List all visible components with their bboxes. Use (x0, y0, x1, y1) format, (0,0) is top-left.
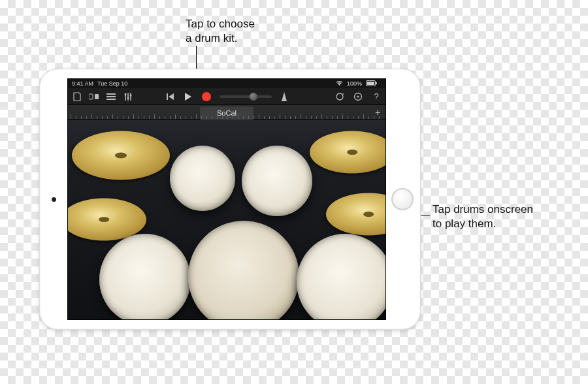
ruler-tick (342, 114, 343, 119)
ruler-tick (290, 116, 291, 119)
callout-play-drums: Tap drums onscreen to play them. (433, 202, 533, 231)
ruler-tick (264, 116, 265, 119)
ruler-tick (274, 116, 275, 119)
ruler-tick (238, 114, 238, 119)
ruler-tick (180, 116, 181, 119)
ruler-tick (76, 116, 76, 119)
kick-drum[interactable] (188, 221, 299, 319)
control-bar: ? (68, 88, 385, 105)
tracks-button[interactable] (106, 91, 116, 102)
svg-point-11 (336, 93, 343, 100)
ruler-tick (217, 114, 218, 119)
ipad-home-button[interactable] (391, 188, 414, 210)
help-button[interactable]: ? (371, 91, 382, 102)
svg-rect-4 (95, 94, 99, 99)
ruler-tick (186, 116, 186, 119)
ruler-tick (295, 116, 296, 119)
loop-button[interactable] (335, 91, 345, 102)
ruler-tick (374, 116, 374, 119)
svg-point-10 (130, 94, 132, 96)
ruler-tick (97, 116, 97, 119)
ruler-tick (311, 116, 312, 119)
svg-rect-5 (106, 93, 116, 95)
ipad-camera (52, 197, 56, 202)
ruler-bar: SoCal + (68, 105, 385, 120)
status-bar: 9:41 AM Tue Sep 10 100% (68, 79, 385, 88)
drum-play-area (68, 120, 385, 319)
ruler-tick (253, 116, 254, 119)
metronome-button[interactable] (280, 92, 289, 101)
ruler-tick (212, 116, 212, 119)
ruler-tick (379, 116, 380, 119)
ruler-tick (175, 114, 176, 119)
ruler-tick (159, 116, 160, 119)
my-songs-button[interactable] (72, 91, 82, 102)
rewind-button[interactable] (165, 91, 175, 102)
ruler-tick (363, 114, 364, 119)
master-volume-slider[interactable] (220, 95, 272, 98)
ruler-tick (107, 116, 108, 119)
svg-point-9 (127, 97, 129, 99)
ruler-tick (118, 116, 118, 119)
mid-tom[interactable] (242, 146, 312, 216)
app-screen: 9:41 AM Tue Sep 10 100% (67, 78, 386, 320)
browser-button[interactable] (89, 91, 99, 102)
ride-cymbal[interactable] (326, 193, 385, 236)
status-wifi-icon (336, 80, 343, 88)
ruler-tick (327, 116, 327, 119)
play-button[interactable] (183, 91, 193, 102)
ruler-tick (259, 114, 259, 119)
ruler-tick (123, 116, 123, 119)
ruler-tick (144, 116, 144, 119)
ruler-tick (154, 114, 155, 119)
status-battery-icon (366, 80, 378, 88)
record-button[interactable] (201, 91, 212, 102)
ruler-tick (227, 116, 228, 119)
crash-cymbal-right[interactable] (310, 131, 385, 174)
ruler-tick (353, 116, 353, 119)
ruler-tick (337, 116, 338, 119)
ruler-tick (165, 116, 165, 119)
ruler-tick (191, 116, 191, 119)
ruler-tick (222, 116, 223, 119)
ruler-tick (170, 116, 171, 119)
svg-rect-7 (106, 99, 116, 100)
ruler-tick (206, 116, 207, 119)
ruler-tick (332, 116, 333, 119)
ruler-tick (348, 116, 348, 119)
ruler-tick (139, 116, 139, 119)
ruler-tick (233, 116, 233, 119)
status-time: 9:41 AM (72, 80, 93, 87)
ruler-tick (149, 116, 150, 119)
ruler-tick (128, 116, 129, 119)
svg-rect-6 (106, 96, 116, 97)
high-tom[interactable] (170, 146, 235, 211)
ruler-tick (301, 114, 301, 119)
crash-cymbal-left[interactable] (72, 131, 170, 180)
ruler-tick (358, 116, 359, 119)
ruler-tick (71, 114, 71, 119)
ruler-tick (81, 116, 82, 119)
svg-point-8 (125, 93, 127, 95)
svg-rect-3 (89, 94, 93, 99)
ruler-tick (248, 116, 249, 119)
ruler-tick (133, 114, 134, 119)
snare-drum[interactable] (99, 234, 191, 319)
svg-rect-1 (367, 82, 374, 85)
ruler-tick (280, 114, 280, 119)
svg-point-13 (357, 95, 359, 97)
ruler-tick (112, 114, 113, 119)
status-battery: 100% (347, 80, 362, 87)
status-date: Tue Sep 10 (97, 80, 127, 87)
ruler-tick (91, 114, 92, 119)
floor-tom[interactable] (297, 234, 385, 319)
ruler-tick (321, 114, 322, 119)
settings-button[interactable] (353, 91, 363, 102)
ipad-device-frame: 9:41 AM Tue Sep 10 100% (39, 69, 421, 330)
fx-button[interactable] (123, 91, 133, 102)
ruler-tick (102, 116, 103, 119)
drum-kit-selector[interactable]: SoCal (200, 106, 253, 120)
svg-rect-2 (376, 82, 378, 84)
ruler-tick (316, 116, 317, 119)
ruler-tick (368, 116, 369, 119)
